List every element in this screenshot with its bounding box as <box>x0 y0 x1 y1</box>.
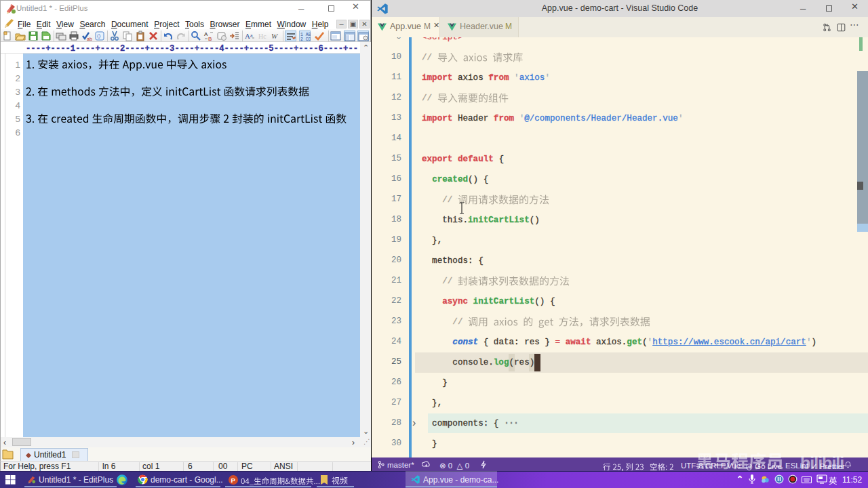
svg-text:〈〉: 〈〉 <box>97 33 101 39</box>
svg-text:A: A <box>245 32 250 40</box>
svg-text:ab: ab <box>87 37 92 41</box>
svg-text:1 AB: 1 AB <box>300 33 311 37</box>
svg-text:B: B <box>208 36 212 41</box>
svg-text:2 CD: 2 CD <box>300 37 311 42</box>
svg-text:Hc: Hc <box>258 33 267 40</box>
svg-text:P: P <box>231 476 236 484</box>
svg-text:W: W <box>271 32 278 40</box>
